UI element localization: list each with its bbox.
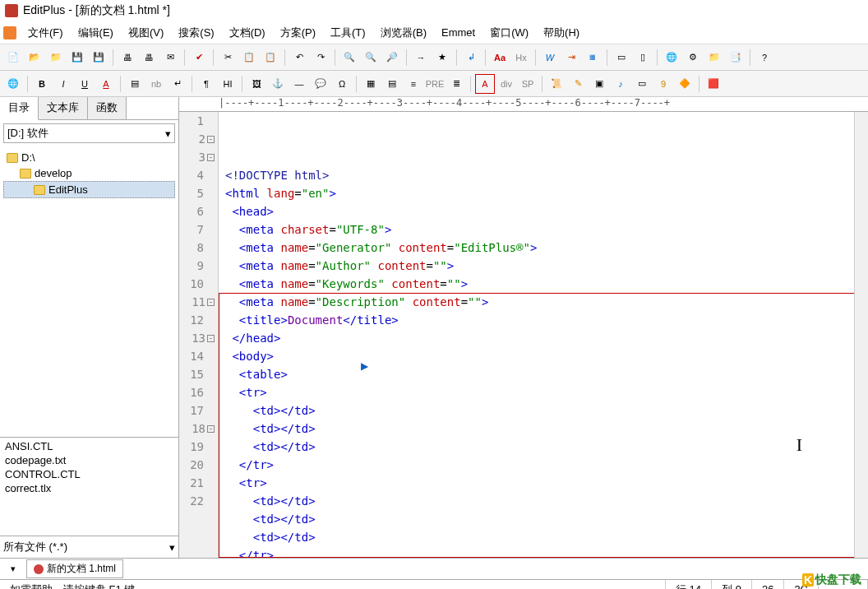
code-line[interactable]: <td></td> xyxy=(225,528,868,546)
spell-check-icon[interactable]: ✔ xyxy=(189,48,209,67)
line-number[interactable]: 17 xyxy=(179,401,215,420)
globe-icon[interactable]: 🌐 xyxy=(3,74,23,94)
line-number[interactable]: 4 xyxy=(179,166,215,184)
hex-icon[interactable]: Hx xyxy=(511,48,531,67)
script-icon[interactable]: 📜 xyxy=(547,74,566,94)
line-number[interactable]: 18 - xyxy=(179,420,215,438)
menu-window[interactable]: 窗口(W) xyxy=(483,23,535,43)
line-number[interactable]: 14 xyxy=(179,347,215,365)
undo-icon[interactable]: ↶ xyxy=(289,48,309,67)
font-icon[interactable]: A xyxy=(475,74,495,94)
cliptext-icon[interactable]: 📑 xyxy=(726,48,746,67)
tree-item[interactable]: EditPlus xyxy=(3,181,175,198)
hr-icon[interactable]: — xyxy=(289,74,309,94)
line-number[interactable]: 22 xyxy=(179,492,215,510)
print-preview-icon[interactable]: 🖶 xyxy=(139,48,159,67)
code-line[interactable]: <body> xyxy=(225,347,868,365)
settings-icon[interactable]: ⚙ xyxy=(683,48,703,67)
code-line[interactable]: <tr> xyxy=(225,383,868,401)
code-line[interactable]: <head> xyxy=(225,202,868,220)
help-icon[interactable]: ? xyxy=(755,48,774,67)
code-line[interactable]: <!DOCTYPE html> xyxy=(225,166,868,184)
line-number[interactable]: 1 xyxy=(179,112,215,130)
find-in-files-icon[interactable]: 🔎 xyxy=(382,48,402,67)
menu-search[interactable]: 搜索(S) xyxy=(172,23,220,43)
print-icon[interactable]: 🖶 xyxy=(118,48,137,67)
anchor-icon[interactable]: ⚓ xyxy=(268,74,288,94)
paste-icon[interactable]: 📋 xyxy=(261,48,280,67)
document-tab[interactable]: 新的文档 1.html xyxy=(26,559,123,578)
new-file-icon[interactable]: 📄 xyxy=(3,48,23,67)
drive-selector[interactable]: [D:] 软件 ▾ xyxy=(3,123,175,143)
menu-view[interactable]: 视图(V) xyxy=(122,23,170,43)
code-line[interactable]: <tr> xyxy=(225,474,868,492)
browser-icon[interactable]: 🌐 xyxy=(662,48,681,67)
code-line[interactable]: </tr> xyxy=(225,546,868,558)
tree-item[interactable]: D:\ xyxy=(3,150,175,165)
indent-icon[interactable]: ⇥ xyxy=(561,48,581,67)
open-file-icon[interactable]: 📂 xyxy=(25,48,44,67)
comment-icon[interactable]: 💬 xyxy=(311,74,330,94)
file-item[interactable]: codepage.txt xyxy=(5,453,173,467)
video-icon[interactable]: ▭ xyxy=(632,74,652,94)
cut-icon[interactable]: ✂ xyxy=(218,48,238,67)
find-icon[interactable]: 🔍 xyxy=(339,48,359,67)
tab-cliptext[interactable]: 文本库 xyxy=(39,97,88,119)
line-number[interactable]: 12 xyxy=(179,311,215,329)
line-number[interactable]: 21 xyxy=(179,474,215,492)
toggle-icon[interactable]: 9 xyxy=(653,74,673,94)
folder-tree[interactable]: D:\developEditPlus xyxy=(0,146,178,437)
line-number[interactable]: 20 xyxy=(179,456,215,474)
code-line[interactable]: <td></td> xyxy=(225,492,868,510)
line-number[interactable]: 6 xyxy=(179,202,215,220)
tab-list-icon[interactable]: ▾ xyxy=(3,559,23,579)
file-item[interactable]: ANSI.CTL xyxy=(5,439,173,453)
file-item[interactable]: CONTROL.CTL xyxy=(5,467,173,481)
line-gutter[interactable]: 1 2 -3 -4 5 6 7 8 9 10 11 -12 13 -14 15 … xyxy=(179,112,219,558)
div-icon[interactable]: div xyxy=(496,74,516,94)
fold-icon[interactable]: - xyxy=(207,154,215,161)
nbsp-icon[interactable]: nb xyxy=(146,74,166,94)
tree-item[interactable]: develop xyxy=(3,165,175,181)
ol-icon[interactable]: ≣ xyxy=(446,74,466,94)
menu-browser[interactable]: 浏览器(B) xyxy=(374,23,433,43)
pre-icon[interactable]: PRE xyxy=(425,74,445,94)
menu-project[interactable]: 方案(P) xyxy=(274,23,322,43)
line-number[interactable]: 16 xyxy=(179,383,215,401)
color-icon[interactable]: 🔶 xyxy=(675,74,695,94)
style-icon[interactable]: ✎ xyxy=(568,74,588,94)
code-line[interactable]: <meta name="Generator" content="EditPlus… xyxy=(225,239,868,257)
code-line[interactable]: <td></td> xyxy=(225,510,868,528)
fold-icon[interactable]: - xyxy=(207,335,215,342)
line-number[interactable]: 5 xyxy=(179,184,215,202)
column-icon[interactable]: ▦ xyxy=(583,48,603,67)
paragraph-icon[interactable]: ¶ xyxy=(196,74,216,94)
line-number[interactable]: 10 xyxy=(179,275,215,293)
save-all-icon[interactable]: 💾 xyxy=(89,48,108,67)
fold-icon[interactable]: - xyxy=(207,425,215,433)
code-line[interactable]: <html lang="en"> xyxy=(225,184,868,202)
case-icon[interactable]: Aa xyxy=(490,48,510,67)
form-icon[interactable]: ▤ xyxy=(382,74,402,94)
menu-help[interactable]: 帮助(H) xyxy=(537,23,586,43)
object-icon[interactable]: ▣ xyxy=(589,74,609,94)
char-icon[interactable]: Ω xyxy=(332,74,352,94)
line-number[interactable]: 3 - xyxy=(179,148,215,166)
code-line[interactable]: <meta charset="UTF-8"> xyxy=(225,220,868,239)
line-number[interactable]: 8 xyxy=(179,239,215,257)
italic-icon[interactable]: I xyxy=(53,74,73,94)
code-line[interactable]: <td></td> xyxy=(225,420,868,438)
underline-icon[interactable]: U xyxy=(75,74,95,94)
font-color-icon[interactable]: A xyxy=(96,74,116,94)
split-icon[interactable]: ▯ xyxy=(633,48,653,67)
line-number[interactable]: 19 xyxy=(179,438,215,456)
code-line[interactable]: <meta name="Keywords" content=""> xyxy=(225,275,868,293)
code-line[interactable]: <table> xyxy=(225,365,868,383)
code-area[interactable]: 1 2 -3 -4 5 6 7 8 9 10 11 -12 13 -14 15 … xyxy=(179,112,868,558)
replace-icon[interactable]: 🔍 xyxy=(361,48,381,67)
code-line[interactable]: <td></td> xyxy=(225,438,868,456)
save-icon[interactable]: 💾 xyxy=(67,48,87,67)
line-number[interactable]: 9 xyxy=(179,257,215,275)
code-line[interactable]: </tr> xyxy=(225,456,868,474)
line-number[interactable]: 13 - xyxy=(179,329,215,347)
